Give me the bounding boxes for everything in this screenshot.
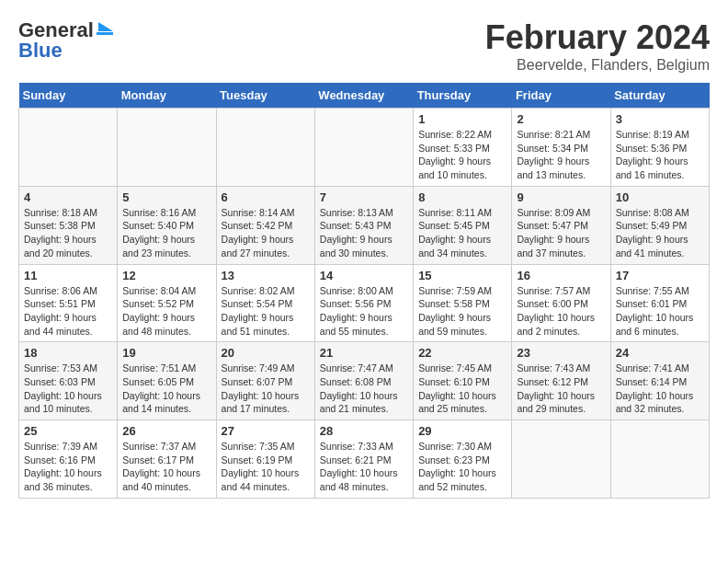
logo: General Blue [18,18,113,63]
day-info: Sunrise: 8:08 AM Sunset: 5:49 PM Dayligh… [616,206,704,260]
weekday-header-thursday: Thursday [414,83,512,109]
day-info: Sunrise: 8:09 AM Sunset: 5:47 PM Dayligh… [517,206,605,260]
calendar-cell: 16Sunrise: 7:57 AM Sunset: 6:00 PM Dayli… [512,264,610,342]
day-info: Sunrise: 8:00 AM Sunset: 5:56 PM Dayligh… [320,284,408,339]
day-number: 8 [418,190,506,204]
calendar-cell: 12Sunrise: 8:04 AM Sunset: 5:52 PM Dayli… [118,264,216,342]
calendar-table: SundayMondayTuesdayWednesdayThursdayFrid… [18,83,710,499]
calendar-cell: 22Sunrise: 7:45 AM Sunset: 6:10 PM Dayli… [414,342,512,420]
day-info: Sunrise: 7:30 AM Sunset: 6:23 PM Dayligh… [418,440,506,494]
main-title: February 2024 [485,18,710,57]
weekday-header-friday: Friday [512,83,610,109]
calendar-cell: 28Sunrise: 7:33 AM Sunset: 6:21 PM Dayli… [314,420,413,499]
day-number: 3 [616,112,704,126]
day-info: Sunrise: 8:18 AM Sunset: 5:38 PM Dayligh… [24,206,112,260]
week-row-5: 25Sunrise: 7:39 AM Sunset: 6:16 PM Dayli… [19,420,710,499]
day-number: 26 [122,424,210,438]
day-info: Sunrise: 8:11 AM Sunset: 5:45 PM Dayligh… [418,206,506,260]
week-row-1: 1Sunrise: 8:22 AM Sunset: 5:33 PM Daylig… [19,109,710,187]
day-number: 23 [517,346,605,360]
day-info: Sunrise: 8:21 AM Sunset: 5:34 PM Dayligh… [517,128,605,182]
day-number: 28 [320,424,408,438]
day-info: Sunrise: 7:39 AM Sunset: 6:16 PM Dayligh… [24,440,112,494]
day-info: Sunrise: 8:13 AM Sunset: 5:43 PM Dayligh… [320,206,408,260]
logo-text-blue: Blue [18,39,63,63]
day-number: 16 [517,269,605,282]
title-section: February 2024 Beervelde, Flanders, Belgi… [485,18,710,74]
day-number: 22 [418,346,506,360]
week-row-2: 4Sunrise: 8:18 AM Sunset: 5:38 PM Daylig… [19,186,710,264]
calendar-cell: 8Sunrise: 8:11 AM Sunset: 5:45 PM Daylig… [414,186,512,264]
calendar-cell: 5Sunrise: 8:16 AM Sunset: 5:40 PM Daylig… [118,186,216,264]
weekday-header-sunday: Sunday [19,83,118,109]
calendar-cell: 6Sunrise: 8:14 AM Sunset: 5:42 PM Daylig… [216,186,314,264]
calendar-cell: 23Sunrise: 7:43 AM Sunset: 6:12 PM Dayli… [512,342,610,420]
day-number: 14 [320,269,408,282]
weekday-header-wednesday: Wednesday [314,83,413,109]
day-number: 1 [418,112,506,126]
page-header: General Blue February 2024 Beervelde, Fl… [18,18,710,74]
day-info: Sunrise: 8:16 AM Sunset: 5:40 PM Dayligh… [122,206,210,260]
calendar-cell [19,109,118,187]
day-info: Sunrise: 8:14 AM Sunset: 5:42 PM Dayligh… [222,206,310,260]
day-number: 10 [616,190,704,204]
day-number: 2 [517,112,605,126]
calendar-cell: 4Sunrise: 8:18 AM Sunset: 5:38 PM Daylig… [19,186,118,264]
day-info: Sunrise: 7:51 AM Sunset: 6:05 PM Dayligh… [122,362,210,416]
day-number: 12 [122,269,210,282]
day-number: 9 [517,190,605,204]
calendar-cell: 25Sunrise: 7:39 AM Sunset: 6:16 PM Dayli… [19,420,118,499]
day-number: 7 [320,190,408,204]
day-number: 6 [222,190,310,204]
day-info: Sunrise: 8:22 AM Sunset: 5:33 PM Dayligh… [418,128,506,182]
day-info: Sunrise: 7:43 AM Sunset: 6:12 PM Dayligh… [517,362,605,416]
day-info: Sunrise: 7:35 AM Sunset: 6:19 PM Dayligh… [222,440,310,494]
weekday-header-row: SundayMondayTuesdayWednesdayThursdayFrid… [19,83,710,109]
weekday-header-monday: Monday [118,83,216,109]
day-info: Sunrise: 7:49 AM Sunset: 6:07 PM Dayligh… [222,362,310,416]
day-info: Sunrise: 7:47 AM Sunset: 6:08 PM Dayligh… [320,362,408,416]
day-number: 4 [24,190,112,204]
calendar-cell: 1Sunrise: 8:22 AM Sunset: 5:33 PM Daylig… [414,109,512,187]
day-info: Sunrise: 8:04 AM Sunset: 5:52 PM Dayligh… [122,284,210,339]
calendar-cell: 15Sunrise: 7:59 AM Sunset: 5:58 PM Dayli… [414,264,512,342]
calendar-cell: 11Sunrise: 8:06 AM Sunset: 5:51 PM Dayli… [19,264,118,342]
calendar-cell: 13Sunrise: 8:02 AM Sunset: 5:54 PM Dayli… [216,264,314,342]
day-number: 29 [418,424,506,438]
day-number: 24 [616,346,704,360]
calendar-cell: 17Sunrise: 7:55 AM Sunset: 6:01 PM Dayli… [610,264,709,342]
week-row-4: 18Sunrise: 7:53 AM Sunset: 6:03 PM Dayli… [19,342,710,420]
day-number: 11 [24,269,112,282]
calendar-cell: 9Sunrise: 8:09 AM Sunset: 5:47 PM Daylig… [512,186,610,264]
calendar-cell: 19Sunrise: 7:51 AM Sunset: 6:05 PM Dayli… [118,342,216,420]
calendar-cell: 26Sunrise: 7:37 AM Sunset: 6:17 PM Dayli… [118,420,216,499]
day-info: Sunrise: 7:45 AM Sunset: 6:10 PM Dayligh… [418,362,506,416]
calendar-cell: 21Sunrise: 7:47 AM Sunset: 6:08 PM Dayli… [314,342,413,420]
calendar-cell: 7Sunrise: 8:13 AM Sunset: 5:43 PM Daylig… [314,186,413,264]
day-info: Sunrise: 7:37 AM Sunset: 6:17 PM Dayligh… [122,440,210,494]
calendar-cell: 18Sunrise: 7:53 AM Sunset: 6:03 PM Dayli… [19,342,118,420]
day-info: Sunrise: 7:53 AM Sunset: 6:03 PM Dayligh… [24,362,112,416]
calendar-cell [610,420,709,499]
day-number: 13 [222,269,310,282]
calendar-cell [512,420,610,499]
day-info: Sunrise: 7:55 AM Sunset: 6:01 PM Dayligh… [616,284,704,339]
calendar-cell: 3Sunrise: 8:19 AM Sunset: 5:36 PM Daylig… [610,109,709,187]
day-number: 5 [122,190,210,204]
calendar-cell: 2Sunrise: 8:21 AM Sunset: 5:34 PM Daylig… [512,109,610,187]
calendar-cell: 29Sunrise: 7:30 AM Sunset: 6:23 PM Dayli… [414,420,512,499]
week-row-3: 11Sunrise: 8:06 AM Sunset: 5:51 PM Dayli… [19,264,710,342]
day-number: 18 [24,346,112,360]
calendar-cell [216,109,314,187]
day-info: Sunrise: 7:33 AM Sunset: 6:21 PM Dayligh… [320,440,408,494]
day-info: Sunrise: 7:59 AM Sunset: 5:58 PM Dayligh… [418,284,506,339]
calendar-cell: 20Sunrise: 7:49 AM Sunset: 6:07 PM Dayli… [216,342,314,420]
weekday-header-saturday: Saturday [610,83,709,109]
day-info: Sunrise: 7:41 AM Sunset: 6:14 PM Dayligh… [616,362,704,416]
calendar-cell: 24Sunrise: 7:41 AM Sunset: 6:14 PM Dayli… [610,342,709,420]
calendar-cell [314,109,413,187]
subtitle: Beervelde, Flanders, Belgium [485,57,710,74]
day-info: Sunrise: 7:57 AM Sunset: 6:00 PM Dayligh… [517,284,605,339]
calendar-cell: 14Sunrise: 8:00 AM Sunset: 5:56 PM Dayli… [314,264,413,342]
day-number: 17 [616,269,704,282]
